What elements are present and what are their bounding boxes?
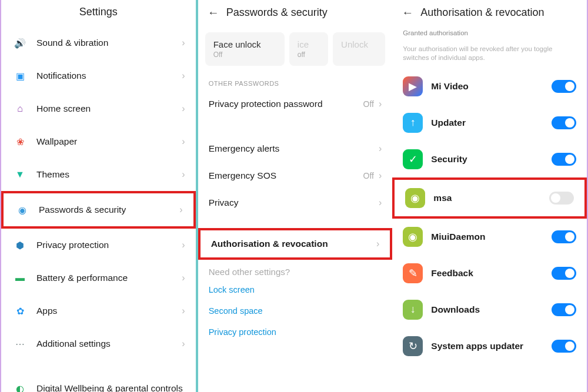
chevron-right-icon: › [179,205,182,215]
chevron-right-icon: › [182,38,185,48]
chevron-right-icon: › [379,197,382,208]
chevron-right-icon: › [182,339,185,349]
chevron-right-icon: › [379,170,382,181]
chevron-right-icon: › [182,71,185,81]
toggle-mi-video[interactable] [552,80,576,93]
chevron-right-icon: › [379,99,382,109]
toggle-system-apps-updater[interactable] [552,340,576,353]
header: ← Authorisation & revocation [392,0,587,28]
header: Settings [1,0,196,26]
chevron-right-icon: › [379,143,382,154]
chevron-right-icon: › [182,273,185,283]
toggle-security[interactable] [552,153,576,166]
chevron-right-icon: › [182,306,185,316]
fingerprint-icon: ◉ [14,202,31,218]
app-label: Updater [431,118,552,128]
settings-item-sound[interactable]: 🔊Sound & vibration› [1,26,196,59]
mi-video-icon: ▶ [403,76,423,96]
app-label: Security [431,154,552,165]
downloads-icon: ↓ [403,300,423,320]
settings-item-additional[interactable]: ⋯Additional settings› [1,327,196,360]
toggle-downloads[interactable] [552,303,576,316]
chevron-right-icon: › [376,239,379,249]
item-label: Themes [36,169,182,180]
item-label: Wallpaper [36,136,182,147]
notifications-icon: ▣ [12,68,28,84]
card-title: ice [298,39,320,49]
feedback-icon: ✎ [403,263,423,283]
settings-item-notifications[interactable]: ▣Notifications› [1,59,196,92]
item-label: Notifications [36,71,182,81]
page-title: Authorisation & revocation [420,6,544,19]
chevron-right-icon: › [182,240,185,250]
unlock-cards: Face unlock Off ice off Unlock [205,32,386,66]
toggle-feedback[interactable] [552,267,576,280]
item-label: Privacy protection password [209,99,363,109]
item-label: Privacy protection [36,240,182,250]
settings-item-passwords-security[interactable]: ◉Passwords & security› [1,191,196,229]
emergency-alerts[interactable]: Emergency alerts› [198,135,393,162]
page-title: Passwords & security [226,6,328,19]
app-row-security: ✓Security [392,141,587,177]
unlock-chip-2[interactable]: Unlock [333,32,385,66]
link-second-space[interactable]: Second space [198,300,393,321]
privacy-protection-password[interactable]: Privacy protection passwordOff› [198,91,393,118]
miuidaemon-icon: ◉ [403,227,423,247]
authorisation-revocation[interactable]: Authorisation & revocation› [198,228,393,260]
card-title: Face unlock [213,39,276,49]
settings-item-themes[interactable]: ▼Themes› [1,158,196,191]
section-note: Your authorisation will be revoked after… [392,43,587,68]
item-value: Off [363,99,374,109]
page-title: Settings [79,6,118,18]
back-button[interactable]: ← [208,6,219,19]
item-label: Battery & performance [36,273,182,283]
settings-item-home[interactable]: ⌂Home screen› [1,92,196,125]
app-row-updater: ↑Updater [392,105,587,141]
item-label: Home screen [36,103,182,114]
chevron-right-icon: › [182,136,185,147]
item-label: Sound & vibration [36,38,182,48]
shield-icon: ⬢ [12,237,28,253]
section-header: OTHER PASSWORDS [198,71,393,91]
item-label: Digital Wellbeing & parental controls [36,383,185,392]
toggle-updater[interactable] [552,116,576,129]
settings-item-apps[interactable]: ✿Apps› [1,294,196,327]
themes-icon: ▼ [12,166,28,183]
item-label: Passwords & security [39,205,179,215]
updater-icon: ↑ [403,113,423,133]
battery-icon: ▬ [12,270,28,286]
app-label: MiuiDaemon [431,232,552,242]
link-privacy-protection[interactable]: Privacy protection [198,321,393,343]
item-label: Emergency alerts [209,143,379,154]
privacy[interactable]: Privacy› [198,189,393,216]
sound-icon: 🔊 [12,35,28,51]
home-icon: ⌂ [12,100,28,117]
toggle-miuidaemon[interactable] [552,230,576,243]
header: ← Passwords & security [198,0,393,28]
app-label: Mi Video [431,81,552,92]
item-label: Additional settings [36,339,182,349]
wellbeing-icon: ◐ [12,380,28,392]
passwords-security-panel: ← Passwords & security Face unlock Off i… [197,0,393,392]
settings-item-wellbeing[interactable]: ◐Digital Wellbeing & parental controls [1,372,196,392]
settings-item-privacy-protection[interactable]: ⬢Privacy protection› [1,229,196,262]
app-row-system-apps-updater: ↻System apps updater [392,328,587,364]
toggle-msa[interactable] [549,192,574,205]
item-label: Emergency SOS [209,170,363,181]
item-value: Off [363,171,374,180]
link-lock-screen[interactable]: Lock screen [198,279,393,300]
wallpaper-icon: ❀ [12,133,28,150]
settings-item-battery[interactable]: ▬Battery & performance› [1,262,196,294]
card-sub: Off [213,51,276,59]
app-label: Feedback [431,268,552,279]
back-button[interactable]: ← [402,6,413,19]
card-title: Unlock [341,39,377,49]
settings-item-wallpaper[interactable]: ❀Wallpaper› [1,125,196,158]
app-row-feedback: ✎Feedback [392,255,587,292]
apps-icon: ✿ [12,303,28,319]
app-row-mi-video: ▶Mi Video [392,68,587,105]
emergency-sos[interactable]: Emergency SOSOff› [198,162,393,189]
unlock-chip-1[interactable]: ice off [289,32,328,66]
face-unlock-card[interactable]: Face unlock Off [205,32,285,66]
settings-panel: Settings 🔊Sound & vibration› ▣Notificati… [0,0,197,392]
